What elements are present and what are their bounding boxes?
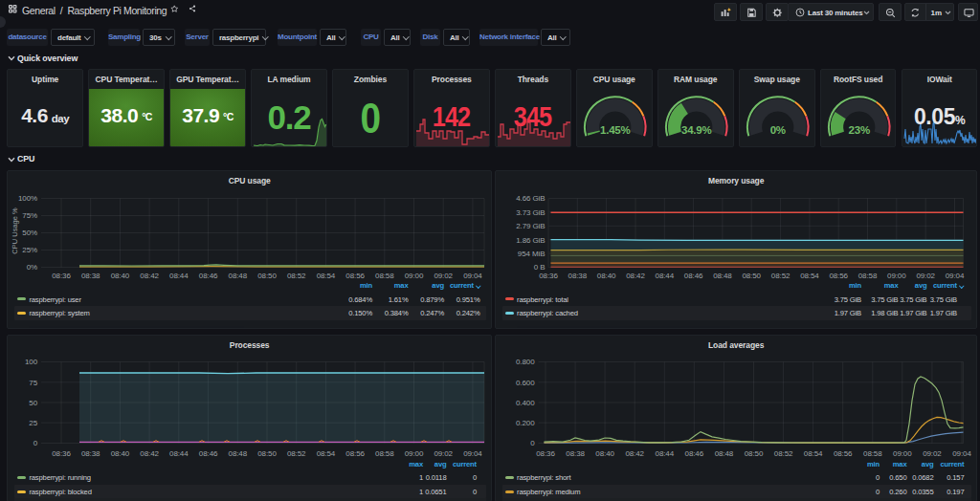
svg-text:08:56: 08:56 (346, 272, 366, 280)
svg-text:100: 100 (25, 358, 38, 366)
svg-text:08:44: 08:44 (169, 272, 189, 280)
svg-text:08:48: 08:48 (229, 272, 248, 280)
svg-text:23%: 23% (848, 124, 869, 136)
svg-text:08:40: 08:40 (111, 449, 130, 458)
svg-text:09:04: 09:04 (464, 272, 483, 280)
svg-text:08:46: 08:46 (685, 449, 704, 458)
svg-text:08:40: 08:40 (597, 272, 616, 280)
svg-text:09:00: 09:00 (405, 449, 424, 458)
svg-text:08:48: 08:48 (715, 449, 734, 458)
svg-text:100%: 100% (18, 194, 37, 203)
svg-text:08:50: 08:50 (258, 449, 278, 458)
svg-text:3.73 GiB: 3.73 GiB (516, 208, 545, 217)
svg-text:08:38: 08:38 (81, 449, 100, 458)
svg-text:08:46: 08:46 (199, 272, 218, 280)
svg-text:0: 0 (530, 439, 535, 447)
svg-text:08:58: 08:58 (375, 449, 394, 458)
svg-text:08:52: 08:52 (287, 272, 306, 280)
svg-text:09:04: 09:04 (946, 272, 965, 280)
svg-text:08:40: 08:40 (111, 272, 130, 280)
svg-text:09:00: 09:00 (405, 272, 424, 280)
svg-text:0.800: 0.800 (516, 358, 535, 366)
svg-text:08:48: 08:48 (229, 449, 248, 458)
svg-text:09:00: 09:00 (893, 449, 912, 458)
svg-text:0.400: 0.400 (516, 398, 535, 406)
svg-text:08:58: 08:58 (858, 272, 878, 280)
svg-text:08:38: 08:38 (568, 272, 588, 280)
svg-text:08:58: 08:58 (863, 449, 882, 458)
svg-text:09:04: 09:04 (952, 449, 971, 458)
svg-text:08:56: 08:56 (834, 449, 853, 458)
svg-text:08:36: 08:36 (53, 449, 72, 458)
svg-text:08:38: 08:38 (81, 272, 100, 280)
svg-text:08:52: 08:52 (771, 272, 791, 280)
svg-text:09:02: 09:02 (923, 449, 942, 458)
svg-text:08:52: 08:52 (774, 449, 793, 458)
svg-text:08:58: 08:58 (375, 272, 394, 280)
svg-text:09:02: 09:02 (434, 272, 454, 280)
svg-text:08:56: 08:56 (829, 272, 848, 280)
svg-text:0.200: 0.200 (516, 419, 535, 427)
svg-text:75%: 75% (23, 211, 38, 220)
svg-text:25%: 25% (23, 246, 38, 254)
svg-text:08:54: 08:54 (317, 449, 336, 458)
svg-text:08:44: 08:44 (169, 449, 189, 458)
svg-text:25: 25 (30, 419, 38, 427)
svg-text:08:44: 08:44 (656, 449, 675, 458)
svg-text:0%: 0% (770, 124, 786, 136)
svg-text:0%: 0% (27, 263, 37, 272)
svg-text:09:02: 09:02 (916, 272, 935, 280)
svg-text:08:46: 08:46 (199, 449, 218, 458)
svg-text:08:36: 08:36 (539, 272, 558, 280)
svg-text:08:54: 08:54 (800, 272, 819, 280)
svg-text:09:00: 09:00 (887, 272, 906, 280)
svg-text:08:56: 08:56 (346, 449, 366, 458)
svg-text:08:42: 08:42 (141, 449, 160, 458)
svg-text:08:50: 08:50 (258, 272, 278, 280)
svg-text:08:42: 08:42 (141, 272, 160, 280)
svg-text:4.66 GiB: 4.66 GiB (516, 194, 545, 203)
svg-text:09:04: 09:04 (464, 449, 483, 458)
svg-text:1.45%: 1.45% (600, 124, 631, 136)
svg-text:09:02: 09:02 (434, 449, 454, 458)
svg-text:954 MiB: 954 MiB (518, 250, 546, 258)
svg-text:08:40: 08:40 (595, 449, 614, 458)
svg-text:0: 0 (33, 439, 38, 447)
svg-text:1.86 GiB: 1.86 GiB (516, 236, 545, 245)
svg-text:08:46: 08:46 (684, 272, 703, 280)
svg-text:08:36: 08:36 (536, 449, 555, 458)
svg-text:08:54: 08:54 (317, 272, 336, 280)
svg-text:50%: 50% (23, 229, 38, 237)
svg-text:08:54: 08:54 (804, 449, 823, 458)
svg-text:08:42: 08:42 (625, 449, 644, 458)
svg-text:08:50: 08:50 (742, 272, 761, 280)
svg-text:08:36: 08:36 (53, 272, 72, 280)
svg-text:08:52: 08:52 (287, 449, 306, 458)
svg-text:2.79 GiB: 2.79 GiB (516, 222, 545, 230)
svg-text:75: 75 (30, 378, 38, 386)
svg-text:08:50: 08:50 (745, 449, 764, 458)
svg-text:50: 50 (30, 398, 38, 406)
svg-text:08:48: 08:48 (713, 272, 732, 280)
svg-text:0.600: 0.600 (516, 378, 535, 386)
svg-text:08:44: 08:44 (656, 272, 675, 280)
svg-text:34.9%: 34.9% (681, 124, 712, 136)
svg-text:08:42: 08:42 (626, 272, 645, 280)
svg-text:08:38: 08:38 (566, 449, 585, 458)
